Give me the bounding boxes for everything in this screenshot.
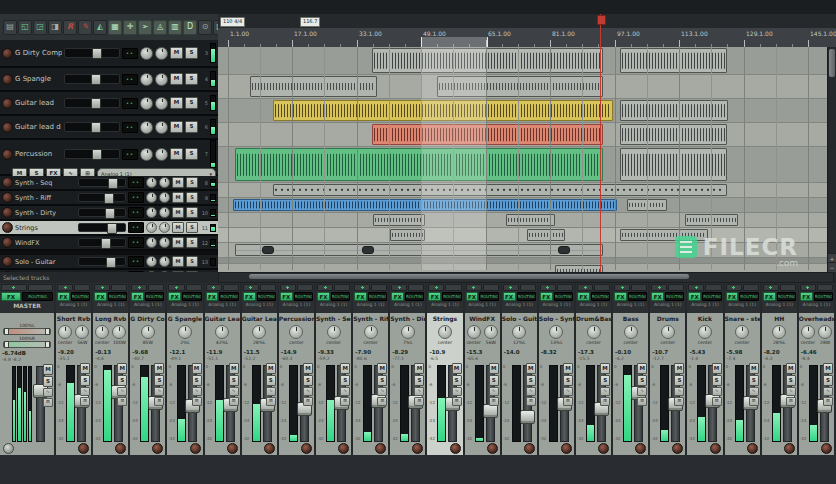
monitor-button[interactable] — [520, 284, 536, 291]
track-mute-button[interactable]: M — [172, 256, 184, 267]
mute-button[interactable]: M — [340, 363, 350, 374]
solo-button[interactable]: S — [377, 375, 387, 386]
media-item-clip[interactable] — [372, 48, 603, 73]
monitor-button[interactable] — [371, 284, 387, 291]
pan-knob[interactable] — [801, 325, 815, 339]
mute-button[interactable]: M — [712, 363, 722, 374]
envelope-button[interactable]: ∿ — [303, 387, 313, 396]
mixer-strip[interactable]: FXROUTINGAnalog 1 (1)Synth - Dirty7%L-8.… — [390, 283, 427, 455]
mixer-strip[interactable]: FXROUTINGAnalog 1 (1)Stringscenter-10.9-… — [427, 283, 464, 455]
track-solo-button[interactable]: S — [186, 237, 198, 248]
marker-lane[interactable]: 110 4/4116.7 — [218, 14, 836, 29]
track-routing-button[interactable]: •• — [128, 177, 144, 188]
envelope-button[interactable]: ∿ — [823, 387, 833, 396]
envelope-button[interactable]: ∿ — [749, 387, 759, 396]
solo-button[interactable]: S — [192, 375, 202, 386]
mixer-strip[interactable]: FXROUTINGAnalog 1 (1)Solo - Guitar12%L-1… — [502, 283, 539, 455]
mixer-strip[interactable]: FXROUTINGAnalog 1 (1)Drum&Basscenter-17.… — [576, 283, 613, 455]
track-volume-slider[interactable] — [64, 74, 120, 84]
track-volume-slider[interactable] — [64, 48, 120, 58]
mute-button[interactable]: M — [414, 363, 424, 374]
rec-input-button[interactable] — [1, 284, 27, 291]
pan-knob[interactable] — [549, 325, 563, 339]
record-arm-button[interactable] — [338, 443, 349, 454]
track-solo-button[interactable]: S — [186, 256, 198, 267]
mute-button[interactable]: M — [526, 363, 536, 374]
fx-button[interactable]: FX — [763, 292, 776, 301]
track-mute-button[interactable]: M — [170, 121, 183, 133]
strip-track-name[interactable]: Guitar Lead — [205, 313, 240, 324]
mixer-strip[interactable]: FXROUTINGAnalog 1 (1)Synth - Seqcenter-9… — [316, 283, 353, 455]
routing-button[interactable]: ROUTING — [368, 292, 387, 301]
rec-input-button[interactable] — [354, 284, 370, 291]
rec-input-button[interactable] — [391, 284, 407, 291]
monitor-button[interactable] — [148, 284, 164, 291]
sends-button[interactable]: ⊞ — [637, 397, 647, 406]
track-width-knob[interactable] — [159, 222, 170, 233]
track-mute-button[interactable]: M — [172, 207, 184, 218]
routing-button[interactable]: ROUTING — [591, 292, 610, 301]
mixer-strip[interactable]: FXROUTINGAnalog 1 (1)Kickcenter-5.43-1.4… — [687, 283, 724, 455]
volume-slider-handle[interactable] — [91, 122, 101, 133]
sends-button[interactable]: ⊞ — [154, 397, 164, 406]
track-width-knob[interactable] — [155, 97, 168, 110]
track-panel-row[interactable]: Guitar lead d••MS6 — [0, 116, 218, 140]
mute-button[interactable]: M — [266, 363, 276, 374]
mixer-strip[interactable]: FXROUTINGAnalog 1 (1)Basscenter-0.10-4.2… — [613, 283, 650, 455]
media-item-clip[interactable] — [555, 265, 603, 272]
record-arm-button[interactable] — [450, 443, 461, 454]
record-arm-button[interactable] — [2, 48, 13, 59]
record-arm-button[interactable] — [821, 443, 832, 454]
routing-button[interactable]: ROUTING — [554, 292, 573, 301]
pan-knob[interactable] — [467, 325, 481, 339]
pan-knob[interactable] — [698, 325, 712, 339]
record-arm-button[interactable] — [264, 443, 275, 454]
envelope-button[interactable]: ∿ — [192, 387, 202, 396]
track-panel-row[interactable]: WindFX••MS12 — [0, 236, 218, 251]
pan-knob[interactable] — [252, 325, 266, 339]
track-mute-button[interactable]: M — [170, 47, 183, 59]
envelope-button[interactable]: ∿ — [266, 387, 276, 396]
envelope-button[interactable]: ∿ — [786, 387, 796, 396]
track-volume-slider[interactable] — [64, 98, 120, 108]
master-strip[interactable]: FXROUTINGMASTER100%L100%R-6.74dB-4.8 -8.… — [0, 283, 56, 455]
fx-button[interactable]: FX — [131, 292, 144, 301]
solo-button[interactable]: S — [229, 375, 239, 386]
track-mute-button[interactable]: M — [172, 192, 184, 203]
volume-slider-handle[interactable] — [91, 98, 101, 109]
reascript-button[interactable]: R — [63, 20, 77, 35]
track-solo-button[interactable]: S — [186, 177, 198, 188]
strip-track-name[interactable]: Long Rvb — [93, 313, 128, 324]
envelope-button[interactable]: ∿ — [340, 387, 350, 396]
strip-track-name[interactable]: G Spangle — [167, 313, 202, 324]
envelope-button[interactable]: ∿ — [526, 387, 536, 396]
strip-track-name[interactable]: Drum&Bass — [576, 313, 611, 324]
strip-track-name[interactable]: Solo - Synth — [539, 313, 574, 324]
mixer-strip[interactable]: FXROUTINGAnalog 1 (1)Short Rvbcenter56W-… — [56, 283, 93, 455]
zoom-out-button[interactable]: − — [828, 262, 836, 272]
rec-input-button[interactable] — [540, 284, 556, 291]
routing-button[interactable]: ROUTING — [145, 292, 164, 301]
snap-toggle-button[interactable]: ✛ — [123, 20, 137, 35]
track-width-knob[interactable] — [155, 148, 168, 161]
solo-button[interactable]: S — [489, 375, 499, 386]
strip-track-name[interactable]: Bass — [613, 313, 648, 324]
sends-button[interactable]: ⊞ — [712, 397, 722, 406]
monitor-button[interactable] — [334, 284, 350, 291]
tempo-marker[interactable]: 110 4/4 — [220, 17, 245, 27]
mixer-strip[interactable]: FXROUTINGAnalog 1 (1)G Spangle2%L-12.1-4… — [167, 283, 204, 455]
envelope-button[interactable]: ∿ — [154, 387, 164, 396]
record-arm-button[interactable] — [635, 443, 646, 454]
play-cursor-flag[interactable] — [597, 15, 606, 25]
rec-input-button[interactable] — [317, 284, 333, 291]
solo-button[interactable]: S — [526, 375, 536, 386]
routing-button[interactable]: ROUTING — [22, 292, 53, 301]
media-item-clip[interactable] — [372, 124, 603, 145]
timeline-ruler[interactable]: 1.1.0017.1.0033.1.0049.1.0065.1.0081.1.0… — [218, 28, 836, 48]
media-item-clip[interactable] — [262, 246, 274, 254]
mute-button[interactable]: M — [749, 363, 759, 374]
record-arm-button[interactable] — [115, 443, 126, 454]
vertical-scrollbar[interactable]: + − — [827, 47, 836, 272]
strip-track-name[interactable]: G Dirty Comp — [130, 313, 165, 324]
volume-slider-handle[interactable] — [91, 74, 101, 85]
